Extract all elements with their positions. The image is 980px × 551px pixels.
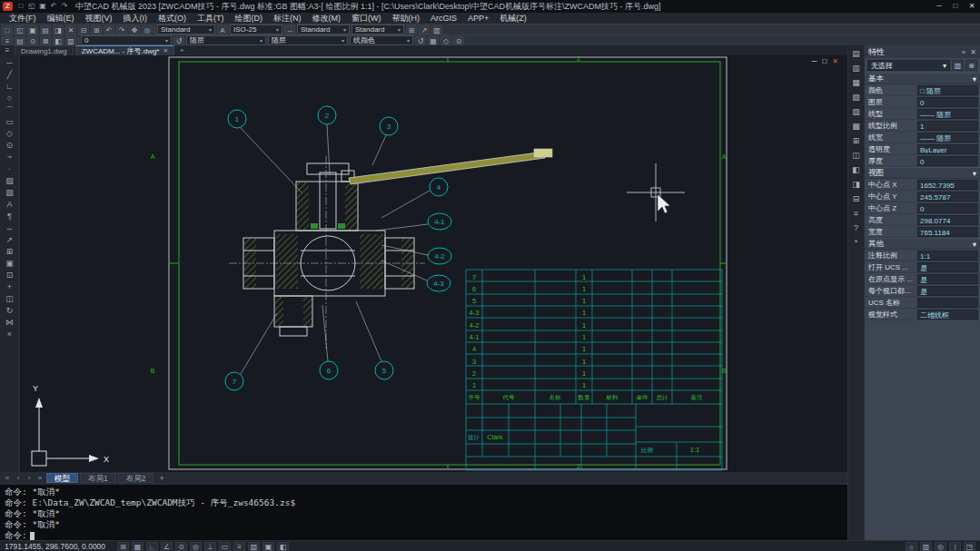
osnap-icon[interactable]: ⊙ xyxy=(175,542,187,551)
plot-style-combo[interactable]: 线颜色▾ xyxy=(350,35,413,45)
hatch-panel-icon[interactable]: ▨ xyxy=(850,106,863,118)
view-panel-icon[interactable]: ◨ xyxy=(850,179,863,191)
drawing-viewport[interactable]: 2 2 A B A B xyxy=(20,55,847,472)
display-settings-icon[interactable]: ▥ xyxy=(920,542,932,551)
designcenter-panel-icon[interactable]: ◫ xyxy=(850,150,863,162)
line-icon[interactable]: ─ xyxy=(2,57,18,69)
settings-panel-icon[interactable]: * xyxy=(850,237,863,249)
move-icon[interactable]: + xyxy=(2,281,18,293)
new-doc-tab-icon[interactable]: + xyxy=(176,46,187,55)
palette-panel-icon[interactable]: ≡ xyxy=(850,208,863,220)
isolate-objects-icon[interactable]: ◎ xyxy=(935,542,946,551)
hatch-tool-icon[interactable]: ▦ xyxy=(428,36,439,45)
tab-nav-next-icon[interactable]: › xyxy=(25,474,34,482)
property-value[interactable]: ByLayer xyxy=(917,144,978,154)
section-header-misc[interactable]: 其他▾ xyxy=(865,238,980,250)
mleader-style-combo[interactable]: Standard▾ xyxy=(351,25,404,34)
tab-nav-prev-icon[interactable]: ‹ xyxy=(14,474,23,482)
snap-icon[interactable]: ⊞ xyxy=(117,542,129,551)
mleader-style-icon[interactable]: ↗ xyxy=(419,25,430,34)
toolbox-panel-icon[interactable]: ⊞ xyxy=(850,135,863,147)
property-value[interactable]: 0 xyxy=(917,156,978,166)
layer-freeze-icon[interactable]: ⊠ xyxy=(40,36,51,45)
arc-icon[interactable]: ⌒ xyxy=(2,104,18,116)
layers-panel-icon[interactable]: ▥ xyxy=(850,63,863,74)
rotate-icon[interactable]: ↻ xyxy=(2,305,18,317)
valve-assembly-drawing[interactable] xyxy=(229,149,552,349)
add-layout-icon[interactable]: + xyxy=(155,474,167,483)
menu-item[interactable]: 文件(F) xyxy=(4,13,42,24)
erase-icon[interactable]: × xyxy=(2,329,18,340)
plot-icon[interactable]: ▤ xyxy=(40,25,51,34)
cut-icon[interactable]: ✕ xyxy=(65,25,76,34)
qa-save-icon[interactable]: ▣ xyxy=(37,2,48,11)
property-value[interactable]: 二维线框 xyxy=(917,310,978,320)
menu-item[interactable]: 工具(T) xyxy=(192,13,230,24)
lineweight-icon[interactable]: ≡ xyxy=(233,542,245,551)
match-layer-icon[interactable]: ↺ xyxy=(173,36,184,45)
properties-toggle-icon[interactable]: ◇ xyxy=(441,36,451,45)
pan-icon[interactable]: ✥ xyxy=(129,25,140,34)
maximize-button[interactable]: □ xyxy=(947,0,964,13)
zoom-icon[interactable]: ◎ xyxy=(142,25,153,34)
ducs-icon[interactable]: ⊥ xyxy=(204,542,216,551)
workspace-icon[interactable]: ☼ xyxy=(906,542,917,551)
property-value[interactable]: —— 随层 xyxy=(917,109,978,119)
text-icon[interactable]: A xyxy=(2,199,18,211)
close-button[interactable]: ✕ xyxy=(964,0,980,13)
title-block[interactable]: 设计 Clark 比例 1:1 xyxy=(466,404,722,470)
fullscreen-icon[interactable]: ↕ xyxy=(949,542,961,551)
property-value[interactable]: 0 xyxy=(917,203,978,213)
menu-item[interactable]: 插入(I) xyxy=(118,13,153,24)
mtext-icon[interactable]: ¶ xyxy=(2,211,18,222)
help-panel-icon[interactable]: ? xyxy=(850,222,863,234)
qa-undo-icon[interactable]: ↶ xyxy=(48,2,59,11)
polar-icon[interactable]: ∠ xyxy=(161,542,173,551)
property-value[interactable] xyxy=(917,298,978,308)
polyline-icon[interactable]: ∟ xyxy=(2,81,18,93)
open-icon[interactable]: ◱ xyxy=(15,25,25,34)
viewport-close-button[interactable]: ✕ xyxy=(832,58,838,65)
gradient-icon[interactable]: ▧ xyxy=(2,187,18,199)
property-value[interactable]: 298.0774 xyxy=(917,215,978,225)
menu-item[interactable]: 机械(Z) xyxy=(494,13,532,24)
menu-item[interactable]: 格式(O) xyxy=(153,13,192,24)
tab-model[interactable]: 模型 xyxy=(46,473,78,483)
mirror-icon[interactable]: ⋈ xyxy=(2,317,18,329)
property-value[interactable]: 765.1184 xyxy=(917,227,978,237)
property-value[interactable]: —— 随层 xyxy=(917,133,978,143)
spline-icon[interactable]: ~ xyxy=(2,152,18,163)
menu-item[interactable]: 修改(M) xyxy=(307,13,347,24)
property-value[interactable]: 是 xyxy=(917,274,978,284)
tab-close-icon[interactable]: ✕ xyxy=(163,47,168,54)
menu-item[interactable]: 编辑(E) xyxy=(42,13,80,24)
dim-style-icon[interactable]: ↔ xyxy=(284,25,295,34)
undo-icon[interactable]: ↶ xyxy=(104,25,114,34)
tab-layout2[interactable]: 布局2 xyxy=(118,473,154,483)
property-value[interactable]: 0 xyxy=(917,97,978,107)
menu-item[interactable]: APP+ xyxy=(462,13,494,24)
menu-item[interactable]: 窗口(W) xyxy=(346,13,387,24)
quick-select-icon[interactable]: ▥ xyxy=(952,60,964,71)
layer-states-icon[interactable]: ▤ xyxy=(15,36,25,45)
property-value[interactable]: 1652.7395 xyxy=(917,180,978,190)
parts-list-table[interactable]: 7 1 6 1 5 1 4-3 1 4-2 1 4-1 1 4 1 3 1 2 … xyxy=(466,270,722,470)
selection-combo[interactable]: 无选择 ▾ xyxy=(867,60,950,71)
style-manager-icon[interactable]: ▥ xyxy=(431,25,442,34)
panel-close-icon[interactable]: ✕ xyxy=(970,48,976,56)
paste-icon[interactable]: ⊞ xyxy=(91,25,102,34)
copy-icon[interactable]: ⊟ xyxy=(78,25,89,34)
doc-tab-menu-icon[interactable]: ≡ xyxy=(2,46,13,55)
table-style-combo[interactable]: Standard▾ xyxy=(297,25,350,34)
qa-open-icon[interactable]: ◱ xyxy=(26,2,37,11)
dim-style-combo[interactable]: ISO-25▾ xyxy=(230,25,282,34)
osnap-settings-icon[interactable]: ⊙ xyxy=(453,36,464,45)
layer-isolate-icon[interactable]: ▥ xyxy=(65,36,76,45)
circle-icon[interactable]: ○ xyxy=(2,93,18,104)
copy-object-icon[interactable]: ◫ xyxy=(2,293,18,305)
selection-cycling-icon[interactable]: ◧ xyxy=(277,542,289,551)
property-value[interactable]: □ 随层 xyxy=(917,85,978,95)
match-properties-icon[interactable]: ↺ xyxy=(415,36,426,45)
menu-item[interactable]: 帮助(H) xyxy=(387,13,426,24)
xref-panel-icon[interactable]: ▧ xyxy=(850,92,863,103)
